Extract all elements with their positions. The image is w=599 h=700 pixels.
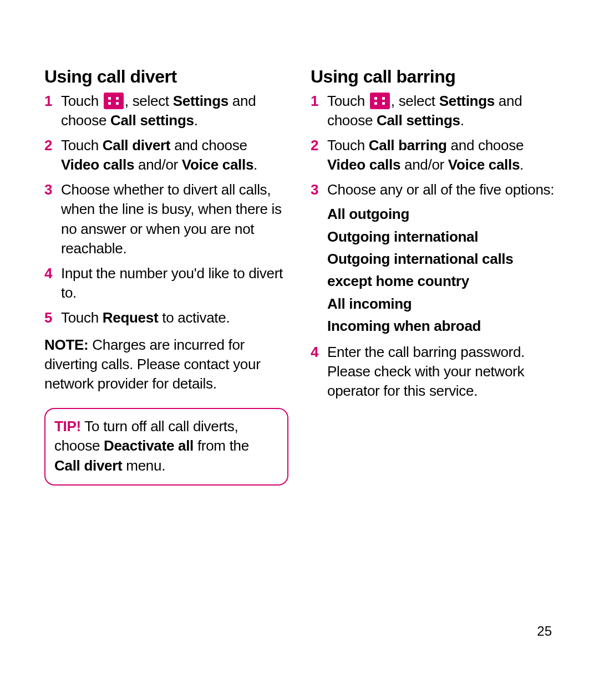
menu-grid-icon: [370, 93, 390, 109]
step-number: 2: [311, 136, 318, 155]
text: and choose: [447, 137, 524, 154]
option-outgoing-intl-except-home: Outgoing international calls except home…: [327, 248, 555, 293]
text: Touch: [61, 93, 103, 109]
text: , select: [125, 93, 173, 109]
text: .: [194, 112, 198, 129]
page-number: 25: [537, 624, 552, 639]
step-2: 2 Touch Call barring and choose Video ca…: [311, 136, 555, 175]
bold-request: Request: [103, 309, 158, 326]
bold-call-divert: Call divert: [54, 457, 122, 474]
step-1: 1 Touch , select Settings and choose Cal…: [311, 91, 555, 130]
text: .: [520, 156, 524, 173]
text: Touch: [327, 93, 369, 109]
step-text: Touch , select Settings and choose Call …: [327, 93, 522, 129]
manual-page: Using call divert 1 Touch , select Setti…: [0, 0, 599, 700]
step-5: 5 Touch Request to activate.: [44, 308, 288, 328]
text: menu.: [122, 457, 165, 474]
menu-grid-icon: [104, 93, 124, 109]
bold-settings: Settings: [173, 93, 229, 109]
bold-video-calls: Video calls: [61, 156, 134, 173]
step-number: 1: [311, 91, 318, 111]
option-outgoing-international: Outgoing international: [327, 226, 555, 248]
step-1: 1 Touch , select Settings and choose Cal…: [44, 91, 288, 130]
bold-call-divert: Call divert: [103, 137, 170, 154]
text: and/or: [400, 156, 448, 173]
step-text: Enter the call barring password. Please …: [327, 344, 525, 399]
step-number: 4: [44, 264, 52, 283]
text: .: [253, 156, 257, 173]
bold-deactivate-all: Deactivate all: [104, 437, 194, 454]
step-3: 3 Choose whether to divert all calls, wh…: [44, 180, 288, 258]
two-column-layout: Using call divert 1 Touch , select Setti…: [44, 67, 555, 486]
tip-label: TIP!: [54, 418, 81, 435]
step-text: Touch Request to activate.: [61, 309, 230, 326]
bold-voice-calls: Voice calls: [182, 156, 253, 173]
steps-call-divert: 1 Touch , select Settings and choose Cal…: [44, 91, 288, 328]
step-number: 3: [311, 180, 318, 200]
text: .: [460, 112, 464, 129]
text: and choose: [170, 137, 247, 154]
heading-call-barring: Using call barring: [311, 67, 555, 87]
text: Touch: [61, 137, 103, 154]
step-number: 1: [44, 91, 52, 111]
bold-voice-calls: Voice calls: [448, 156, 520, 173]
heading-call-divert: Using call divert: [44, 67, 288, 87]
option-all-outgoing: All outgoing: [327, 203, 555, 225]
bold-call-settings: Call settings: [377, 112, 460, 129]
step-4: 4 Input the number you'd like to divert …: [44, 264, 288, 303]
step-4: 4 Enter the call barring password. Pleas…: [311, 343, 555, 401]
step-text: Choose whether to divert all calls, when…: [61, 181, 282, 256]
text: Touch: [61, 309, 103, 326]
bold-video-calls: Video calls: [327, 156, 400, 173]
text: , select: [391, 93, 439, 109]
note-label: NOTE:: [44, 336, 88, 353]
barring-options: All outgoing Outgoing international Outg…: [327, 203, 555, 337]
step-number: 3: [44, 180, 52, 200]
step-text: Choose any or all of the five options:: [327, 181, 554, 198]
text: to activate.: [158, 309, 230, 326]
step-2: 2 Touch Call divert and choose Video cal…: [44, 136, 288, 175]
step-text: Touch , select Settings and choose Call …: [61, 93, 256, 129]
step-3: 3 Choose any or all of the five options:…: [311, 180, 555, 337]
bold-call-barring: Call barring: [369, 137, 447, 154]
step-number: 5: [44, 308, 52, 328]
steps-call-barring: 1 Touch , select Settings and choose Cal…: [311, 91, 555, 401]
step-text: Touch Call barring and choose Video call…: [327, 137, 524, 173]
option-incoming-abroad: Incoming when abroad: [327, 315, 555, 337]
bold-call-settings: Call settings: [110, 112, 194, 129]
note-block: NOTE: Charges are incurred for diverting…: [44, 335, 288, 394]
step-text: Touch Call divert and choose Video calls…: [61, 137, 257, 173]
option-all-incoming: All incoming: [327, 293, 555, 315]
step-number: 4: [311, 343, 318, 362]
text: and/or: [134, 156, 182, 173]
left-column: Using call divert 1 Touch , select Setti…: [44, 67, 288, 486]
text: from the: [194, 437, 249, 454]
text: Touch: [327, 137, 369, 154]
tip-box: TIP! To turn off all call diverts, choos…: [44, 408, 288, 485]
bold-settings: Settings: [439, 93, 495, 109]
right-column: Using call barring 1 Touch , select Sett…: [311, 67, 555, 486]
step-number: 2: [44, 136, 52, 155]
step-text: Input the number you'd like to divert to…: [61, 265, 283, 301]
